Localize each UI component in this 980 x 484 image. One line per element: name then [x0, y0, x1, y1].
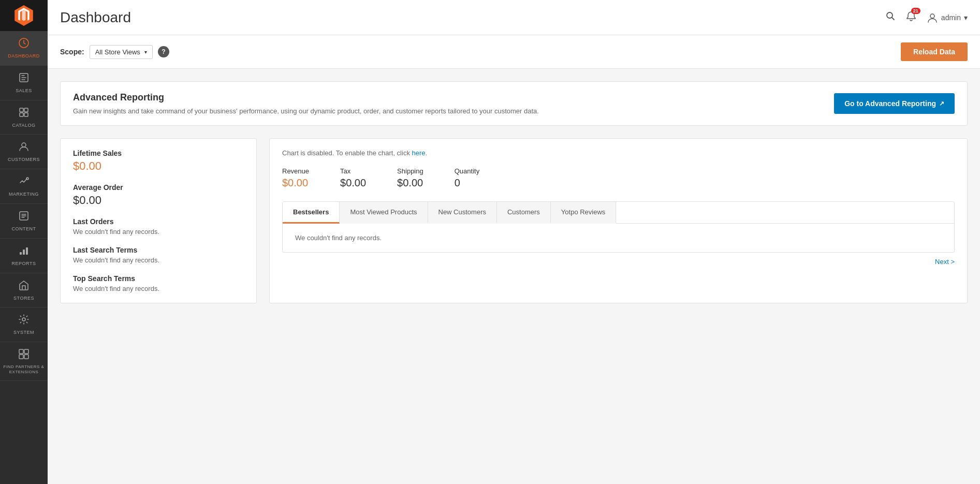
svg-point-6: [22, 143, 26, 147]
sidebar-item-find-partners[interactable]: FIND PARTNERS & EXTENSIONS: [0, 342, 48, 381]
reports-icon: [18, 245, 30, 259]
last-search-terms-empty: We couldn't find any records.: [73, 256, 244, 264]
sidebar-item-dashboard-label: DASHBOARD: [8, 53, 40, 59]
svg-rect-12: [20, 252, 22, 255]
user-name: admin: [941, 13, 961, 22]
next-link[interactable]: Next >: [935, 258, 955, 266]
dashboard-body: Advanced Reporting Gain new insights and…: [48, 69, 980, 328]
customers-icon: [18, 141, 30, 155]
stats-right-panel: Chart is disabled. To enable the chart, …: [269, 138, 968, 303]
metric-quantity: Quantity 0: [455, 167, 479, 189]
metric-revenue-value: $0.00: [282, 177, 309, 189]
main-area: Dashboard 21 admin: [48, 0, 980, 484]
metrics-row: Revenue $0.00 Tax $0.00 Shipping $0.00: [282, 167, 955, 189]
sidebar-item-stores[interactable]: STORES: [0, 273, 48, 308]
scope-bar: Scope: All Store Views ▾ ? Reload Data: [48, 35, 980, 69]
top-search-terms-block: Top Search Terms We couldn't find any re…: [73, 274, 244, 292]
store-view-select[interactable]: All Store Views ▾: [90, 45, 153, 59]
top-search-terms-empty: We couldn't find any records.: [73, 285, 244, 292]
sidebar-item-content-label: CONTENT: [12, 226, 36, 232]
sidebar-item-find-partners-label: FIND PARTNERS & EXTENSIONS: [2, 364, 46, 374]
dashboard-icon: [18, 37, 30, 51]
advanced-reporting-info: Advanced Reporting Gain new insights and…: [73, 92, 539, 115]
svg-point-7: [26, 178, 28, 180]
average-order-block: Average Order $0.00: [73, 183, 244, 207]
page-title: Dashboard: [60, 9, 131, 26]
sidebar-item-catalog[interactable]: CATALOG: [0, 100, 48, 135]
metric-shipping-label: Shipping: [397, 167, 423, 175]
average-order-label: Average Order: [73, 183, 244, 192]
sidebar-item-system-label: SYSTEM: [13, 330, 34, 335]
tab-most-viewed-products[interactable]: Most Viewed Products: [340, 202, 428, 224]
svg-rect-4: [20, 113, 23, 116]
svg-rect-16: [19, 349, 23, 354]
metric-tax: Tax $0.00: [340, 167, 366, 189]
sidebar-item-marketing[interactable]: MARKETING: [0, 169, 48, 204]
svg-rect-13: [23, 250, 25, 255]
next-link-container: Next >: [282, 253, 955, 266]
metric-quantity-label: Quantity: [455, 167, 479, 175]
product-tabs: Bestsellers Most Viewed Products New Cus…: [282, 201, 955, 253]
system-icon: [18, 314, 30, 328]
svg-point-21: [930, 14, 934, 18]
sidebar-item-marketing-label: MARKETING: [9, 192, 39, 197]
tab-customers[interactable]: Customers: [497, 202, 551, 224]
store-view-chevron: ▾: [144, 49, 147, 55]
metric-tax-label: Tax: [340, 167, 366, 175]
metric-revenue: Revenue $0.00: [282, 167, 309, 189]
header-actions: 21 admin ▾: [885, 11, 968, 24]
svg-rect-19: [24, 355, 28, 359]
svg-point-15: [22, 318, 25, 321]
svg-rect-2: [20, 108, 23, 112]
last-orders-empty: We couldn't find any records.: [73, 228, 244, 236]
go-to-advanced-reporting-button[interactable]: Go to Advanced Reporting ↗: [834, 93, 955, 114]
marketing-icon: [18, 175, 30, 189]
stats-left-panel: Lifetime Sales $0.00 Average Order $0.00…: [60, 138, 257, 303]
user-menu[interactable]: admin ▾: [927, 12, 968, 23]
help-icon[interactable]: ?: [158, 46, 169, 57]
search-icon[interactable]: [885, 11, 896, 24]
last-search-terms-block: Last Search Terms We couldn't find any r…: [73, 246, 244, 264]
tab-bestsellers[interactable]: Bestsellers: [283, 202, 340, 224]
catalog-icon: [18, 107, 30, 121]
scope-label: Scope:: [60, 48, 84, 56]
sales-icon: [18, 72, 30, 86]
sidebar-item-catalog-label: CATALOG: [12, 123, 35, 128]
sidebar-item-dashboard[interactable]: DASHBOARD: [0, 31, 48, 66]
average-order-value: $0.00: [73, 194, 244, 207]
tab-new-customers[interactable]: New Customers: [428, 202, 497, 224]
sidebar-item-system[interactable]: SYSTEM: [0, 307, 48, 342]
sidebar-item-reports[interactable]: REPORTS: [0, 239, 48, 273]
top-search-terms-label: Top Search Terms: [73, 274, 244, 283]
last-orders-label: Last Orders: [73, 217, 244, 226]
sidebar-item-customers-label: CUSTOMERS: [8, 157, 40, 163]
sidebar-item-sales-label: SALES: [16, 88, 32, 94]
lifetime-sales-value: $0.00: [73, 159, 244, 173]
logo[interactable]: [0, 0, 48, 31]
notification-bell[interactable]: 21: [906, 11, 916, 24]
tab-empty-message: We couldn't find any records.: [295, 234, 382, 242]
lifetime-sales-block: Lifetime Sales $0.00: [73, 149, 244, 173]
metric-shipping: Shipping $0.00: [397, 167, 423, 189]
metric-revenue-label: Revenue: [282, 167, 309, 175]
metric-tax-value: $0.00: [340, 177, 366, 189]
sidebar-item-content[interactable]: CONTENT: [0, 204, 48, 239]
reload-data-button[interactable]: Reload Data: [901, 42, 968, 61]
advanced-reporting-section: Advanced Reporting Gain new insights and…: [60, 81, 968, 126]
sidebar-item-stores-label: STORES: [13, 296, 34, 301]
advanced-reporting-title: Advanced Reporting: [73, 92, 539, 103]
sidebar-item-sales[interactable]: SALES: [0, 66, 48, 100]
sidebar-item-customers[interactable]: CUSTOMERS: [0, 135, 48, 169]
last-orders-block: Last Orders We couldn't find any records…: [73, 217, 244, 236]
find-partners-icon: [18, 348, 30, 362]
tab-yotpo-reviews[interactable]: Yotpo Reviews: [551, 202, 617, 224]
svg-rect-14: [26, 247, 28, 255]
svg-rect-17: [24, 349, 28, 354]
stats-grid: Lifetime Sales $0.00 Average Order $0.00…: [60, 138, 968, 303]
svg-rect-5: [24, 113, 28, 116]
svg-point-20: [887, 12, 893, 18]
lifetime-sales-label: Lifetime Sales: [73, 149, 244, 157]
enable-chart-link[interactable]: here: [412, 149, 426, 157]
store-view-value: All Store Views: [95, 48, 140, 56]
scope-left: Scope: All Store Views ▾ ?: [60, 45, 169, 59]
